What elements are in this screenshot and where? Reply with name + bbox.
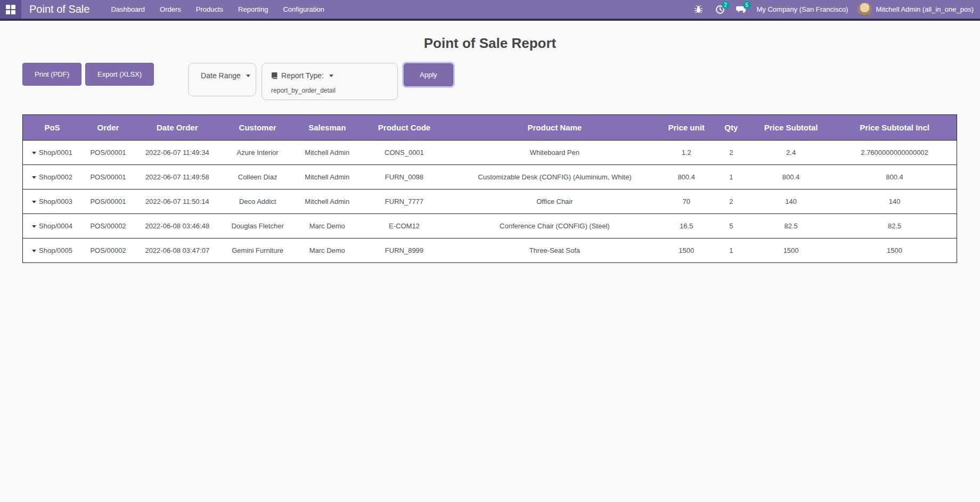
table-cell: CONS_0001: [359, 141, 450, 165]
table-cell: FURN_8999: [359, 238, 450, 263]
systray: 2 5 My Company (San Francisco) Mitchell …: [693, 0, 980, 19]
table-cell: 2.7600000000000002: [832, 141, 957, 165]
row-expand-caret-icon[interactable]: [32, 152, 36, 154]
table-cell: 2022-06-07 11:50:14: [135, 190, 220, 214]
report-type-label-row: Report Type:: [271, 71, 388, 80]
table-cell: Shop/0003: [23, 190, 82, 214]
app-brand-title[interactable]: Point of Sale: [21, 0, 103, 19]
table-cell: Office Chair: [450, 190, 660, 214]
column-header: Customer: [220, 115, 296, 141]
table-row: Shop/0004POS/000022022-06-08 03:46:48Dou…: [23, 214, 957, 238]
table-cell: Marc Demo: [296, 214, 359, 238]
table-cell: Gemini Furniture: [220, 238, 296, 263]
row-expand-caret-icon[interactable]: [32, 225, 36, 228]
table-cell: POS/00001: [81, 141, 135, 165]
menu-item-configuration[interactable]: Configuration: [275, 0, 331, 19]
user-name-label: Mitchell Admin (all_in_one_pos): [876, 5, 974, 13]
table-cell: 2: [713, 141, 749, 165]
row-expand-caret-icon[interactable]: [32, 250, 36, 252]
pos-report-table: PoSOrderDate OrderCustomerSalesmanProduc…: [22, 114, 957, 263]
column-header: Price Subtotal: [749, 115, 832, 141]
table-cell: 2.4: [749, 141, 832, 165]
table-cell: 1: [713, 238, 749, 263]
table-cell: 2022-06-07 11:49:58: [135, 165, 220, 190]
table-cell: POS/00001: [81, 165, 135, 190]
column-header: Order: [81, 115, 135, 141]
table-cell: Mitchell Admin: [296, 190, 359, 214]
column-header: Price Subtotal Incl: [832, 115, 957, 141]
table-head: PoSOrderDate OrderCustomerSalesmanProduc…: [23, 115, 957, 141]
table-cell: POS/00002: [81, 238, 135, 263]
table-cell: Shop/0004: [23, 214, 82, 238]
column-header: Salesman: [296, 115, 359, 141]
table-cell: 1500: [832, 238, 957, 263]
table-cell: FURN_0098: [359, 165, 450, 190]
pos-shop-label: Shop/0004: [39, 222, 72, 230]
bug-icon: [694, 5, 703, 14]
company-switcher[interactable]: My Company (San Francisco): [757, 5, 848, 13]
table-cell: Customizable Desk (CONFIG) (Aluminium, W…: [450, 165, 660, 190]
table-cell: POS/00002: [81, 214, 135, 238]
column-header: Qty: [713, 115, 749, 141]
table-cell: Deco Addict: [220, 190, 296, 214]
message-count-badge: 5: [743, 1, 751, 9]
column-header: Price unit: [660, 115, 713, 141]
chevron-down-icon: [246, 75, 250, 77]
apply-button[interactable]: Apply: [404, 63, 453, 86]
user-menu[interactable]: Mitchell Admin (all_in_one_pos): [858, 2, 974, 17]
print-pdf-button[interactable]: Print (PDF): [22, 63, 81, 86]
table-body: Shop/0001POS/000012022-06-07 11:49:34Azu…: [23, 141, 957, 263]
table-cell: 1.2: [660, 141, 713, 165]
table-cell: 140: [749, 190, 832, 214]
table-cell: 1500: [660, 238, 713, 263]
table-cell: 70: [660, 190, 713, 214]
table-cell: 2022-06-07 11:49:34: [135, 141, 220, 165]
menu-item-dashboard[interactable]: Dashboard: [103, 0, 152, 19]
pos-shop-label: Shop/0001: [39, 149, 72, 157]
table-row: Shop/0001POS/000012022-06-07 11:49:34Azu…: [23, 141, 957, 165]
menu-item-products[interactable]: Products: [189, 0, 231, 19]
chevron-down-icon: [329, 75, 333, 77]
menu-item-orders[interactable]: Orders: [152, 0, 189, 19]
table-cell: 2: [713, 190, 749, 214]
table-cell: Conference Chair (CONFIG) (Steel): [450, 214, 660, 238]
column-header: PoS: [23, 115, 82, 141]
table-cell: 82.5: [749, 214, 832, 238]
table-cell: 2022-06-08 03:47:07: [135, 238, 220, 263]
pos-shop-label: Shop/0003: [39, 197, 72, 205]
table-cell: Shop/0001: [23, 141, 82, 165]
date-range-dropdown[interactable]: Date Range: [188, 63, 256, 96]
book-icon: [271, 72, 278, 79]
row-expand-caret-icon[interactable]: [32, 176, 36, 179]
debug-bug-icon[interactable]: [693, 4, 705, 15]
table-cell: Marc Demo: [296, 238, 359, 263]
report-type-label: Report Type:: [281, 71, 324, 80]
user-avatar: [858, 2, 872, 17]
report-toolbar: Print (PDF) Export (XLSX) Date Range Rep…: [22, 63, 958, 100]
activity-systray-button[interactable]: 2: [714, 4, 726, 15]
column-header: Product Name: [450, 115, 660, 141]
row-expand-caret-icon[interactable]: [32, 201, 36, 203]
table-cell: Shop/0002: [23, 165, 82, 190]
table-cell: Azure Interior: [220, 141, 296, 165]
table-row: Shop/0003POS/000012022-06-07 11:50:14Dec…: [23, 190, 957, 214]
report-type-dropdown[interactable]: Report Type: report_by_order_detail: [262, 63, 398, 100]
menu-item-reporting[interactable]: Reporting: [231, 0, 275, 19]
pos-shop-label: Shop/0005: [39, 246, 72, 254]
table-cell: Colleen Diaz: [220, 165, 296, 190]
table-cell: 16.5: [660, 214, 713, 238]
date-range-label: Date Range: [201, 71, 241, 80]
apps-menu-button[interactable]: [0, 0, 21, 19]
page-title: Point of Sale Report: [0, 35, 980, 52]
navbar-menu: DashboardOrdersProductsReportingConfigur…: [103, 0, 331, 19]
table-cell: 800.4: [749, 165, 832, 190]
table-cell: 140: [832, 190, 957, 214]
messages-systray-button[interactable]: 5: [736, 4, 747, 15]
table-cell: 5: [713, 214, 749, 238]
export-xlsx-button[interactable]: Export (XLSX): [85, 63, 154, 86]
column-header: Date Order: [135, 115, 220, 141]
activity-count-badge: 2: [722, 1, 730, 9]
apps-grid-icon: [6, 5, 15, 14]
table-cell: POS/00001: [81, 190, 135, 214]
table-cell: Mitchell Admin: [296, 165, 359, 190]
